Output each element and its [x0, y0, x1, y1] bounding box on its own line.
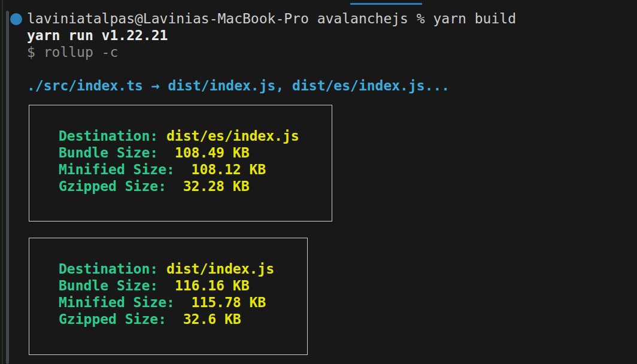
filesize-label: Destination: [59, 261, 166, 277]
terminal-screen: { "panel": { "active_tab_indicator": "bl… [0, 0, 637, 364]
bundle-box-main: Destination: dist/index.js Bundle Size: … [29, 238, 308, 355]
filesize-row-gzipped-size: Gzipped Size: 32.28 KB [59, 178, 332, 195]
filesize-value: 115.78 KB [192, 295, 266, 310]
filesize-value: 32.6 KB [183, 311, 241, 327]
filesize-row-gzipped-size: Gzipped Size: 32.6 KB [59, 311, 307, 327]
filesize-row-minified-size: Minified Size: 108.12 KB [59, 161, 332, 178]
filesize-label: Bundle Size: [59, 278, 175, 293]
filesize-value: dist/index.js [166, 261, 274, 277]
bundle-box-es: Destination: dist/es/index.js Bundle Siz… [29, 105, 332, 222]
filesize-row-bundle-size: Bundle Size: 116.16 KB [59, 277, 307, 294]
filesize-label: Minified Size: [59, 162, 192, 177]
filesize-row-destination: Destination: dist/index.js [59, 260, 307, 277]
panel-edge-line [2, 0, 3, 364]
filesize-row-minified-size: Minified Size: 115.78 KB [59, 294, 307, 311]
filesize-value: 32.28 KB [183, 178, 250, 194]
command-decoration-icon[interactable] [10, 13, 22, 25]
filesize-value: 116.16 KB [175, 278, 250, 293]
filesize-label: Gzipped Size: [59, 311, 183, 327]
shell-prompt-line: laviniatalpas@Lavinias-MacBook-Pro avala… [27, 10, 516, 27]
filesize-label: Destination: [59, 128, 166, 144]
build-summary-line: ./src/index.ts → dist/index.js, dist/es/… [27, 77, 450, 94]
filesize-label: Minified Size: [59, 295, 192, 310]
filesize-row-bundle-size: Bundle Size: 108.49 KB [59, 144, 332, 161]
filesize-value: 108.12 KB [192, 162, 266, 177]
rollup-command-line: $ rollup -c [27, 44, 118, 60]
yarn-version-line: yarn run v1.22.21 [27, 27, 168, 44]
filesize-value: 108.49 KB [175, 145, 250, 160]
filesize-label: Gzipped Size: [59, 178, 183, 194]
command-guide-bar [6, 11, 9, 364]
active-tab-indicator [350, 3, 422, 5]
filesize-row-destination: Destination: dist/es/index.js [59, 128, 332, 144]
filesize-label: Bundle Size: [59, 145, 175, 160]
filesize-value: dist/es/index.js [166, 128, 299, 144]
